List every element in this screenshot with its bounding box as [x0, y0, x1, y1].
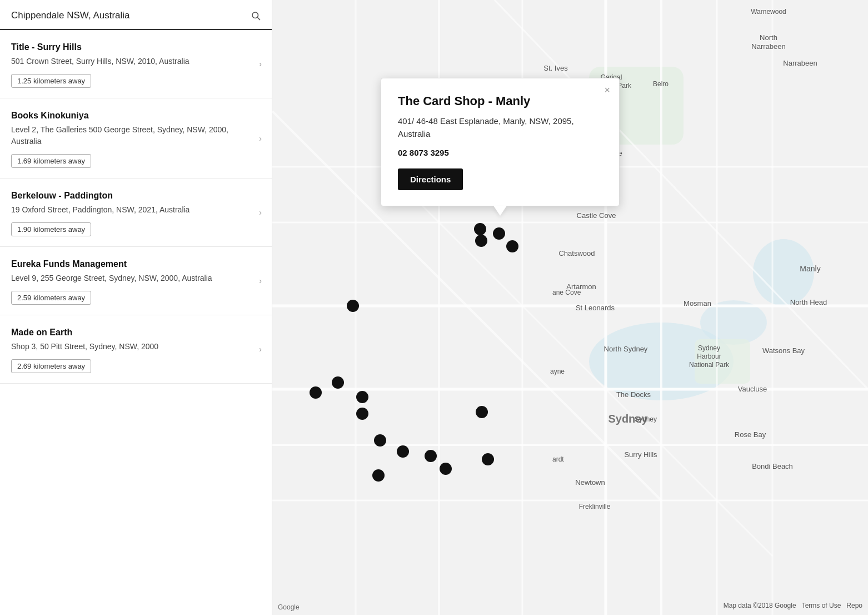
- map-marker[interactable]: [474, 223, 486, 235]
- store-item[interactable]: Eureka Funds Management Level 9, 255 Geo…: [0, 247, 272, 315]
- report-link[interactable]: Repo: [846, 602, 862, 609]
- store-name: Made on Earth: [11, 328, 261, 338]
- svg-text:ayne: ayne: [550, 368, 565, 375]
- svg-text:Watsons Bay: Watsons Bay: [762, 346, 805, 355]
- search-button[interactable]: [251, 11, 261, 21]
- store-item[interactable]: Title - Surry Hills 501 Crown Street, Su…: [0, 30, 272, 98]
- terms-of-use-link[interactable]: Terms of Use: [802, 602, 841, 609]
- store-address: Shop 3, 50 Pitt Street, Sydney, NSW, 200…: [11, 341, 261, 353]
- map-marker[interactable]: [475, 235, 487, 247]
- map-marker[interactable]: [482, 453, 494, 465]
- svg-text:Newtown: Newtown: [575, 478, 605, 487]
- store-name: Eureka Funds Management: [11, 259, 261, 269]
- map-footer: Map data ©2018 Google Terms of Use Repo: [724, 602, 862, 609]
- store-arrow-icon: ›: [259, 134, 262, 143]
- map-marker[interactable]: [372, 469, 385, 482]
- svg-text:Manly: Manly: [800, 264, 820, 273]
- store-arrow-icon: ›: [259, 345, 262, 354]
- popup-title: The Card Shop - Manly: [398, 94, 602, 108]
- store-address: Level 9, 255 George Street, Sydney, NSW,…: [11, 272, 261, 284]
- svg-text:Warnewood: Warnewood: [751, 8, 786, 16]
- svg-text:Mosman: Mosman: [684, 299, 711, 308]
- store-item[interactable]: Berkelouw - Paddington 19 Oxford Street,…: [0, 178, 272, 247]
- svg-text:Google: Google: [278, 603, 300, 611]
- svg-text:St. Ives: St. Ives: [543, 64, 568, 72]
- svg-text:Rose Bay: Rose Bay: [735, 430, 766, 439]
- store-distance: 1.90 kilometers away: [11, 222, 91, 236]
- svg-text:Bondi Beach: Bondi Beach: [752, 462, 793, 470]
- svg-text:North Sydney: North Sydney: [604, 345, 648, 353]
- svg-text:Surry Hills: Surry Hills: [624, 450, 657, 459]
- popup-tail: [493, 206, 507, 216]
- map-marker[interactable]: [356, 391, 368, 403]
- store-arrow-icon: ›: [259, 208, 262, 217]
- store-list: Title - Surry Hills 501 Crown Street, Su…: [0, 30, 272, 384]
- search-input[interactable]: [11, 10, 245, 21]
- store-distance: 1.69 kilometers away: [11, 154, 91, 168]
- svg-text:Belro: Belro: [653, 80, 669, 88]
- map-marker[interactable]: [476, 406, 488, 418]
- svg-line-1: [258, 18, 260, 20]
- store-name: Title - Surry Hills: [11, 42, 261, 52]
- store-list-panel: Title - Surry Hills 501 Crown Street, Su…: [0, 0, 272, 615]
- map-marker[interactable]: [506, 240, 518, 252]
- map-panel[interactable]: Warnewood North Narrabeen Narrabeen St. …: [272, 0, 868, 615]
- map-marker[interactable]: [332, 376, 344, 389]
- popup-directions-button[interactable]: Directions: [398, 168, 463, 190]
- map-marker[interactable]: [397, 445, 409, 458]
- store-address: 19 Oxford Street, Paddington, NSW, 2021,…: [11, 204, 261, 216]
- popup-close-button[interactable]: ×: [604, 85, 610, 95]
- svg-text:Harbour: Harbour: [697, 353, 721, 360]
- store-distance: 2.59 kilometers away: [11, 291, 91, 305]
- svg-text:Vaucluse: Vaucluse: [738, 385, 767, 393]
- svg-text:Narrabeen: Narrabeen: [751, 42, 785, 51]
- store-address: Level 2, The Galleries 500 George Street…: [11, 124, 261, 147]
- map-marker[interactable]: [310, 386, 322, 399]
- map-data-label: Map data ©2018 Google: [724, 602, 796, 609]
- svg-point-0: [252, 12, 258, 18]
- store-arrow-icon: ›: [259, 276, 262, 285]
- svg-text:Sydney: Sydney: [635, 415, 657, 423]
- svg-text:National Park: National Park: [689, 361, 730, 369]
- store-arrow-icon: ›: [259, 59, 262, 68]
- svg-text:Castle Cove: Castle Cove: [577, 211, 616, 220]
- search-bar: [0, 0, 272, 30]
- map-marker[interactable]: [374, 434, 386, 447]
- map-marker[interactable]: [440, 463, 452, 475]
- map-marker[interactable]: [356, 408, 368, 420]
- svg-text:St Leonards: St Leonards: [576, 304, 615, 312]
- svg-text:ane Cove: ane Cove: [552, 289, 581, 296]
- svg-text:The Docks: The Docks: [616, 390, 651, 399]
- store-distance: 2.69 kilometers away: [11, 359, 91, 373]
- svg-text:ardt: ardt: [552, 455, 564, 463]
- svg-text:Narrabeen: Narrabeen: [783, 59, 817, 67]
- svg-text:North: North: [760, 33, 777, 42]
- store-item[interactable]: Books Kinokuniya Level 2, The Galleries …: [0, 98, 272, 178]
- store-name: Berkelouw - Paddington: [11, 191, 261, 201]
- store-address: 501 Crown Street, Surry Hills, NSW, 2010…: [11, 56, 261, 67]
- popup-address: 401/ 46-48 East Esplanade, Manly, NSW, 2…: [398, 115, 602, 140]
- popup-phone: 02 8073 3295: [398, 148, 602, 157]
- map-popup: × The Card Shop - Manly 401/ 46-48 East …: [381, 78, 620, 206]
- svg-text:Freklinville: Freklinville: [579, 503, 611, 510]
- svg-text:Sydney: Sydney: [698, 344, 720, 352]
- svg-text:North Head: North Head: [790, 298, 827, 306]
- store-name: Books Kinokuniya: [11, 111, 261, 121]
- map-marker[interactable]: [493, 227, 505, 240]
- map-marker[interactable]: [347, 300, 359, 312]
- map-marker[interactable]: [425, 450, 437, 462]
- store-item[interactable]: Made on Earth Shop 3, 50 Pitt Street, Sy…: [0, 315, 272, 384]
- store-distance: 1.25 kilometers away: [11, 74, 91, 88]
- svg-text:Chatswood: Chatswood: [558, 249, 595, 257]
- search-icon: [251, 11, 261, 21]
